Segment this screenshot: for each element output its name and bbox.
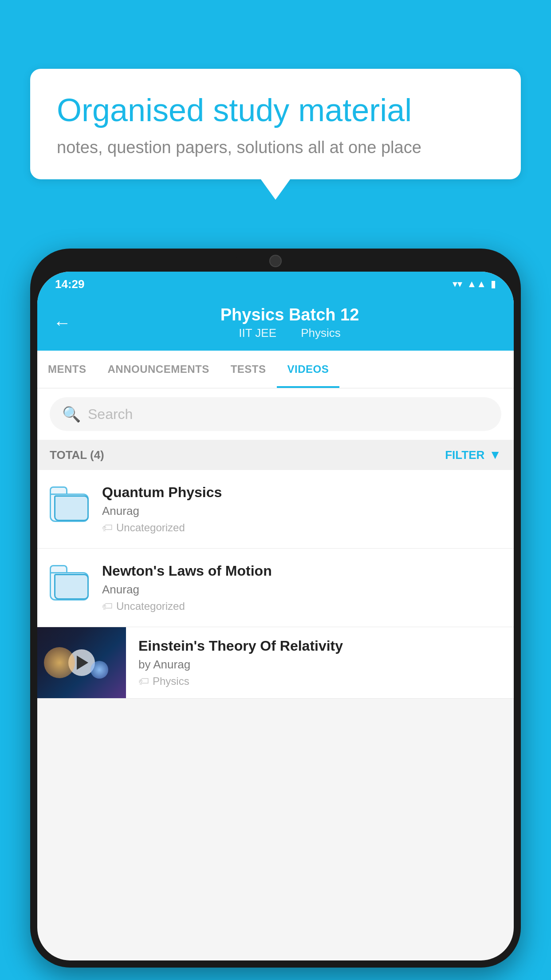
app-header: ← Physics Batch 12 IIT JEE Physics <box>37 296 514 351</box>
search-container: 🔍 Search <box>37 388 514 440</box>
play-icon <box>77 656 88 670</box>
video-author: Anurag <box>102 583 501 597</box>
total-label: TOTAL (4) <box>50 448 104 462</box>
video-tag: 🏷 Uncategorized <box>102 600 501 612</box>
header-subtitle: IIT JEE Physics <box>82 326 498 340</box>
camera-icon <box>269 255 282 267</box>
search-input-wrapper[interactable]: 🔍 Search <box>50 397 501 431</box>
video-author: by Anurag <box>138 658 501 672</box>
video-list: Quantum Physics Anurag 🏷 Uncategorized <box>37 470 514 699</box>
status-icons: ▾▾ ▲▲ ▮ <box>453 278 496 290</box>
video-author: Anurag <box>102 504 501 518</box>
tab-tests[interactable]: TESTS <box>220 351 277 388</box>
tag-label: Uncategorized <box>116 522 185 534</box>
status-time: 14:29 <box>55 277 85 291</box>
phone-frame: 14:29 ▾▾ ▲▲ ▮ ← Physics Batch 12 IIT JEE… <box>30 249 521 968</box>
video-title: Newton's Laws of Motion <box>102 563 501 579</box>
status-bar: 14:29 ▾▾ ▲▲ ▮ <box>37 272 514 296</box>
thumbnail-orb1 <box>44 647 75 678</box>
search-placeholder: Search <box>88 406 133 423</box>
video-title: Quantum Physics <box>102 484 501 501</box>
phone-notch <box>236 249 315 272</box>
search-icon: 🔍 <box>62 405 81 423</box>
video-tag: 🏷 Physics <box>138 675 501 688</box>
list-item[interactable]: Einstein's Theory Of Relativity by Anura… <box>37 627 514 699</box>
tab-ments[interactable]: MENTS <box>37 351 97 388</box>
phone-screen: 14:29 ▾▾ ▲▲ ▮ ← Physics Batch 12 IIT JEE… <box>37 272 514 960</box>
filter-label: FILTER <box>445 448 484 462</box>
back-button[interactable]: ← <box>53 313 71 333</box>
speech-bubble: Organised study material notes, question… <box>30 69 521 179</box>
header-title: Physics Batch 12 <box>82 305 498 324</box>
list-item[interactable]: Newton's Laws of Motion Anurag 🏷 Uncateg… <box>37 549 514 627</box>
video-info: Einstein's Theory Of Relativity by Anura… <box>126 627 514 698</box>
filter-bar: TOTAL (4) FILTER ▼ <box>37 440 514 470</box>
video-folder-icon <box>50 563 90 603</box>
battery-icon: ▮ <box>491 278 496 290</box>
tag-label: Uncategorized <box>116 600 185 612</box>
tab-videos[interactable]: VIDEOS <box>277 351 340 388</box>
header-subtitle-iit: IIT JEE <box>239 326 276 340</box>
thumbnail-orb2 <box>91 661 108 679</box>
tab-announcements[interactable]: ANNOUNCEMENTS <box>97 351 220 388</box>
speech-bubble-title: Organised study material <box>57 91 494 129</box>
tabs-bar: MENTS ANNOUNCEMENTS TESTS VIDEOS <box>37 351 514 388</box>
list-item[interactable]: Quantum Physics Anurag 🏷 Uncategorized <box>37 470 514 549</box>
tag-icon: 🏷 <box>138 675 149 688</box>
video-thumbnail <box>37 627 126 698</box>
filter-icon: ▼ <box>489 448 501 462</box>
video-title: Einstein's Theory Of Relativity <box>138 638 501 654</box>
video-info: Newton's Laws of Motion Anurag 🏷 Uncateg… <box>102 563 501 612</box>
tag-label: Physics <box>153 675 189 688</box>
tag-icon: 🏷 <box>102 600 113 612</box>
video-folder-icon <box>50 484 90 524</box>
video-info: Quantum Physics Anurag 🏷 Uncategorized <box>102 484 501 534</box>
speech-bubble-subtitle: notes, question papers, solutions all at… <box>57 138 494 157</box>
video-tag: 🏷 Uncategorized <box>102 522 501 534</box>
wifi-icon: ▾▾ <box>453 278 462 290</box>
filter-button[interactable]: FILTER ▼ <box>445 448 501 462</box>
header-subtitle-physics: Physics <box>301 326 341 340</box>
signal-icon: ▲▲ <box>467 278 486 290</box>
header-title-section: Physics Batch 12 IIT JEE Physics <box>82 305 498 340</box>
tag-icon: 🏷 <box>102 522 113 534</box>
